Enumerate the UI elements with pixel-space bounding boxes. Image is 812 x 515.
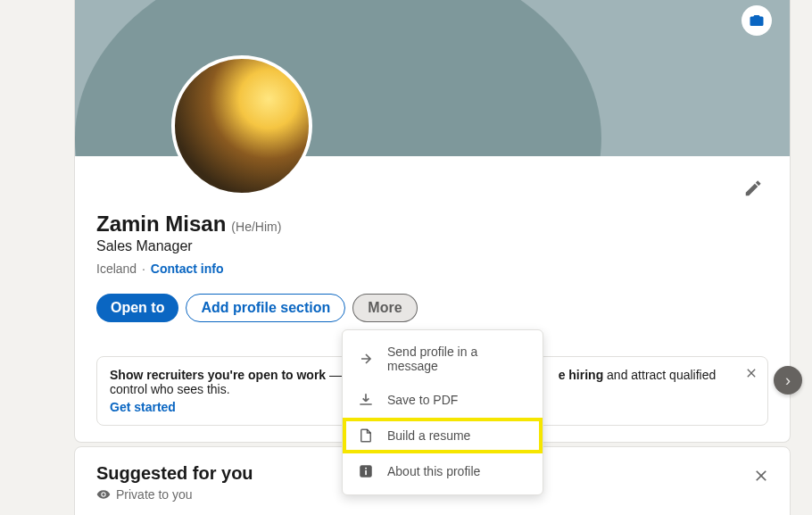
banner-shape: [75, 0, 601, 156]
more-button[interactable]: More: [352, 294, 417, 322]
profile-headline: Sales Manager: [96, 238, 768, 254]
save-to-pdf-item[interactable]: Save to PDF: [343, 382, 543, 418]
download-icon: [357, 391, 375, 409]
svg-rect-2: [365, 470, 367, 475]
carousel-next-button[interactable]: ›: [774, 366, 802, 395]
chevron-right-icon: ›: [785, 371, 791, 390]
suggested-private-label: Private to you: [116, 487, 193, 502]
dropdown-item-label: Send profile in a message: [387, 345, 528, 373]
eye-icon: [96, 487, 111, 502]
profile-info: Zamin Misan (He/Him) Sales Manager Icela…: [75, 156, 790, 340]
profile-pronouns: (He/Him): [231, 220, 281, 234]
info-icon: [357, 462, 375, 480]
close-icon: [752, 467, 770, 485]
dropdown-item-label: Build a resume: [387, 428, 470, 443]
profile-actions: Open to Add profile section More: [96, 294, 768, 322]
svg-rect-1: [365, 468, 367, 469]
dropdown-item-label: About this profile: [387, 464, 480, 478]
profile-location: Iceland: [96, 262, 137, 276]
pencil-icon: [743, 179, 763, 198]
more-dropdown: Send profile in a message Save to PDF Bu…: [342, 329, 543, 495]
profile-avatar[interactable]: [171, 55, 312, 196]
camera-icon: [749, 12, 765, 29]
open-card-suffix-bold: e hiring: [559, 368, 604, 382]
profile-name: Zamin Misan: [96, 212, 226, 237]
dismiss-open-card-button[interactable]: [744, 366, 758, 380]
build-resume-item[interactable]: Build a resume: [343, 418, 543, 453]
dismiss-suggested-button[interactable]: [752, 467, 770, 485]
open-to-button[interactable]: Open to: [96, 294, 178, 322]
edit-banner-button[interactable]: [742, 5, 772, 36]
add-profile-section-button[interactable]: Add profile section: [186, 294, 345, 322]
location-row: Iceland · Contact info: [96, 262, 768, 276]
open-card-bold: Show recruiters you're open to work: [110, 368, 326, 382]
get-started-link[interactable]: Get started: [110, 400, 176, 414]
edit-profile-button[interactable]: [739, 174, 767, 203]
close-icon: [744, 366, 758, 380]
dropdown-item-label: Save to PDF: [387, 393, 458, 407]
about-profile-item[interactable]: About this profile: [343, 453, 543, 489]
document-icon: [357, 427, 375, 444]
contact-info-link[interactable]: Contact info: [151, 262, 224, 276]
send-profile-item[interactable]: Send profile in a message: [343, 336, 543, 382]
send-icon: [357, 350, 375, 368]
